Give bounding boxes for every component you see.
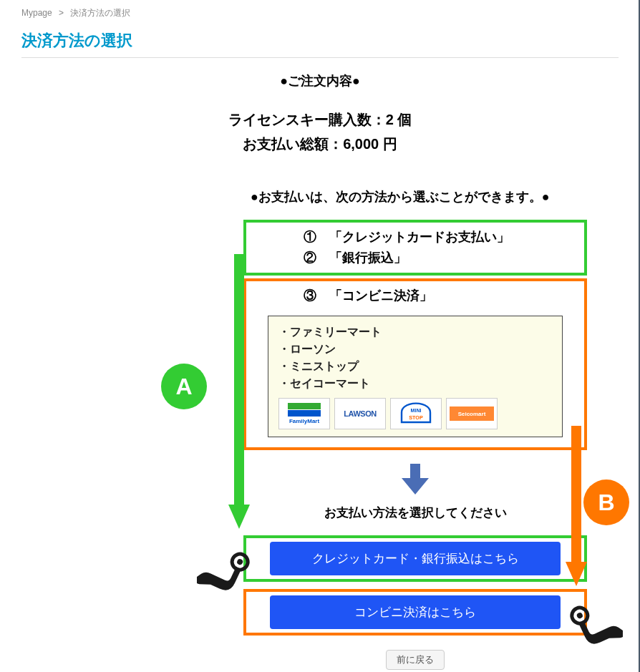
order-header: ●ご注文内容●	[21, 72, 619, 89]
svg-rect-3	[571, 426, 581, 565]
logo-familymart: FamilyMart	[278, 398, 330, 429]
annotation-arrow-b	[566, 426, 587, 590]
breadcrumb: Mypage > 決済方法の選択	[21, 7, 619, 19]
credit-bank-button[interactable]: クレジットカード・銀行振込はこちら	[270, 542, 561, 575]
svg-point-5	[236, 558, 244, 566]
payment-option-convenience: ③ 「コンビニ決済」	[253, 286, 577, 306]
store-seicomart: ・セイコーマート	[278, 375, 552, 392]
payment-intro: ●お支払いは、次の方法から選ぶことができます。●	[251, 188, 619, 205]
back-button[interactable]: 前に戻る	[386, 650, 445, 670]
breadcrumb-item-mypage[interactable]: Mypage	[21, 8, 52, 18]
convenience-payment-button[interactable]: コンビニ決済はこちら	[270, 595, 561, 629]
license-quantity: ライセンスキー購入数：2 個	[21, 107, 619, 132]
convenience-store-box: ・ファミリーマート ・ローソン ・ミニストップ ・セイコーマート FamilyM…	[268, 316, 563, 437]
highlight-border-credit-button: クレジットカード・銀行振込はこちら	[243, 535, 587, 582]
order-details: ライセンスキー購入数：2 個 お支払い総額：6,000 円	[21, 107, 619, 156]
select-payment-prompt: お支払い方法を選択してください	[243, 505, 587, 521]
pointer-hand-icon-left	[197, 544, 254, 601]
breadcrumb-separator-icon: >	[59, 8, 64, 18]
arrow-down-icon	[243, 460, 587, 499]
annotation-badge-b: B	[583, 479, 629, 525]
breadcrumb-item-current: 決済方法の選択	[70, 8, 130, 18]
pointer-hand-icon-right	[566, 598, 623, 655]
payment-total: お支払い総額：6,000 円	[21, 132, 619, 156]
payment-option-bank: ② 「銀行振込」	[253, 248, 577, 268]
highlight-box-credit-bank: ① 「クレジットカードお支払い」 ② 「銀行振込」	[243, 220, 587, 276]
payment-option-credit: ① 「クレジットカードお支払い」	[253, 227, 577, 248]
svg-point-7	[576, 612, 584, 620]
annotation-badge-a: A	[161, 364, 207, 409]
page-title: 決済方法の選択	[21, 30, 619, 58]
store-lawson: ・ローソン	[278, 341, 552, 358]
highlight-box-convenience: ③ 「コンビニ決済」 ・ファミリーマート ・ローソン ・ミニストップ ・セイコー…	[243, 278, 587, 451]
svg-text:MINI: MINI	[410, 408, 421, 414]
svg-text:STOP: STOP	[409, 414, 423, 421]
annotation-arrow-a	[228, 254, 250, 532]
svg-rect-2	[234, 254, 244, 508]
logo-lawson: LAWSON	[334, 398, 386, 429]
logo-ministop: MINI STOP	[390, 398, 442, 429]
store-familymart: ・ファミリーマート	[278, 323, 552, 341]
highlight-border-convenience-button: コンビニ決済はこちら	[243, 589, 587, 636]
store-ministop: ・ミニストップ	[278, 358, 552, 375]
logo-seicomart: Seicomart	[446, 398, 498, 429]
